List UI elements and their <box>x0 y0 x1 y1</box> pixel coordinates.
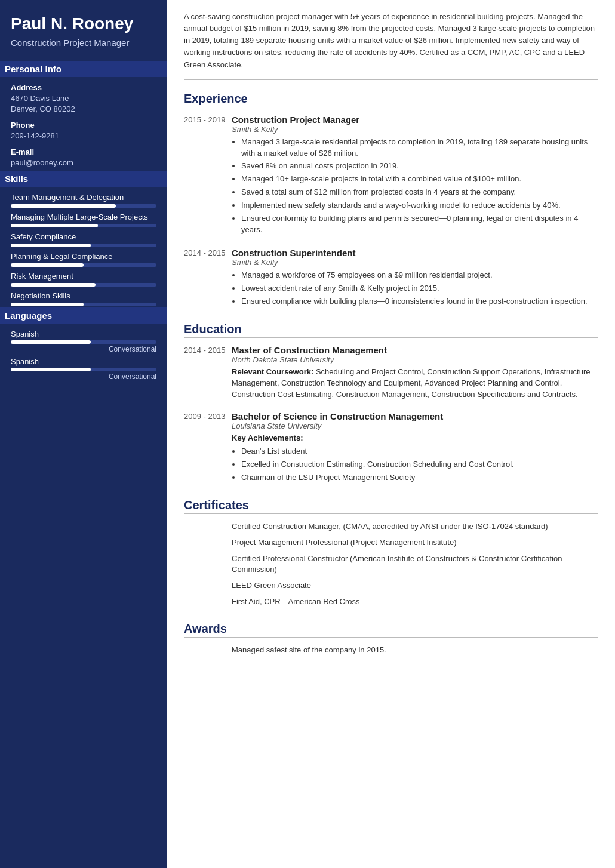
skill-bar <box>11 283 156 287</box>
skill-name: Safety Compliance <box>11 232 156 241</box>
certificate-text: First Aid, CPR—American Red Cross <box>232 596 598 608</box>
cert-indent <box>184 553 232 580</box>
education-achievements-label: Key Achievements: <box>232 433 598 444</box>
award-indent <box>184 645 232 656</box>
summary-text: A cost-saving construction project manag… <box>184 11 598 80</box>
sidebar: Paul N. Rooney Construction Project Mana… <box>0 0 167 868</box>
education-content: Master of Construction Management North … <box>232 345 598 401</box>
resume-container: Paul N. Rooney Construction Project Mana… <box>0 0 615 868</box>
skill-bar <box>11 263 156 267</box>
skill-name: Risk Management <box>11 272 156 281</box>
cert-indent <box>184 580 232 595</box>
skill-item: Team Management & Delegation <box>11 193 156 208</box>
skill-bar <box>11 303 156 306</box>
certificates-section: Certificates Certified Construction Mana… <box>184 496 598 611</box>
awards-title: Awards <box>184 620 598 638</box>
experience-bullet: Managed a workforce of 75 employees on a… <box>241 270 598 281</box>
awards-list: Managed safest site of the company in 20… <box>184 645 598 656</box>
language-name: Spanish <box>11 330 156 338</box>
skill-bar <box>11 224 156 227</box>
personal-info-section-title: Personal Info <box>0 61 167 77</box>
experience-bullet: Ensured compliance with building plans—0… <box>241 296 598 307</box>
experience-item: 2014 - 2015 Construction Superintendent … <box>184 248 598 309</box>
education-bullet: Dean's List student <box>241 446 598 457</box>
skill-name: Team Management & Delegation <box>11 193 156 202</box>
skill-bar-fill <box>11 303 84 306</box>
certificate-text: LEED Green Associate <box>232 580 598 592</box>
candidate-title: Construction Project Manager <box>11 37 156 49</box>
experience-item: 2015 - 2019 Construction Project Manager… <box>184 115 598 238</box>
education-title: Education <box>184 320 598 338</box>
education-bullet: Chairman of the LSU Project Management S… <box>241 472 598 484</box>
certificate-row: Project Management Professional (Project… <box>184 537 598 552</box>
skill-item: Risk Management <box>11 272 156 287</box>
certificate-text: Certified Construction Manager, (CMAA, a… <box>232 521 598 533</box>
certificate-row: Certified Professional Constructor (Amer… <box>184 553 598 580</box>
experience-bullets: Managed a workforce of 75 employees on a… <box>232 270 598 307</box>
skill-bar-fill <box>11 283 96 287</box>
skill-bar <box>11 244 156 247</box>
skill-item: Managing Multiple Large-Scale Projects <box>11 213 156 227</box>
skills-section-title: Skills <box>0 171 167 187</box>
experience-job-title: Construction Project Manager <box>232 115 598 125</box>
skill-name: Planning & Legal Compliance <box>11 252 156 261</box>
skill-name: Negotiation Skills <box>11 291 156 300</box>
candidate-name: Paul N. Rooney <box>11 14 156 33</box>
experience-dates: 2015 - 2019 <box>184 115 232 238</box>
skill-item: Safety Compliance <box>11 232 156 247</box>
skills-list: Team Management & Delegation Managing Mu… <box>11 193 156 306</box>
experience-bullets: Managed 3 large-scale residential projec… <box>232 137 598 236</box>
languages-list: Spanish Conversational Spanish Conversat… <box>11 330 156 381</box>
certificate-row: Certified Construction Manager, (CMAA, a… <box>184 521 598 536</box>
experience-job-title: Construction Superintendent <box>232 248 598 258</box>
experience-bullet: Saved a total sum of $12 million from pr… <box>241 187 598 198</box>
education-dates: 2009 - 2013 <box>184 411 232 485</box>
languages-section-title: Languages <box>0 307 167 324</box>
education-bullet: Excelled in Construction Estimating, Con… <box>241 459 598 470</box>
education-dates: 2014 - 2015 <box>184 345 232 401</box>
education-item: 2014 - 2015 Master of Construction Manag… <box>184 345 598 401</box>
experience-bullet: Lowest accident rate of any Smith & Kell… <box>241 283 598 294</box>
main-content: A cost-saving construction project manag… <box>167 0 615 868</box>
certificate-text: Project Management Professional (Project… <box>232 537 598 549</box>
language-name: Spanish <box>11 357 156 366</box>
certificate-row: LEED Green Associate <box>184 580 598 595</box>
experience-company: Smith & Kelly <box>232 125 598 134</box>
experience-bullet: Managed 3 large-scale residential projec… <box>241 137 598 159</box>
experience-dates: 2014 - 2015 <box>184 248 232 309</box>
award-text: Managed safest site of the company in 20… <box>232 645 598 656</box>
language-item: Spanish Conversational <box>11 330 156 353</box>
experience-company: Smith & Kelly <box>232 258 598 267</box>
skill-bar-fill <box>11 204 116 208</box>
language-bar-fill <box>11 340 91 344</box>
skill-bar-fill <box>11 244 91 247</box>
skill-item: Negotiation Skills <box>11 291 156 306</box>
cert-indent <box>184 521 232 536</box>
education-bullets: Dean's List studentExcelled in Construct… <box>232 446 598 484</box>
experience-content: Construction Project Manager Smith & Kel… <box>232 115 598 238</box>
education-item: 2009 - 2013 Bachelor of Science in Const… <box>184 411 598 485</box>
education-coursework: Relevant Coursework: Scheduling and Proj… <box>232 367 598 401</box>
experience-content: Construction Superintendent Smith & Kell… <box>232 248 598 309</box>
education-degree: Master of Construction Management <box>232 345 598 355</box>
cert-indent <box>184 596 232 611</box>
language-item: Spanish Conversational <box>11 357 156 381</box>
language-level: Conversational <box>11 345 156 353</box>
experience-list: 2015 - 2019 Construction Project Manager… <box>184 115 598 309</box>
cert-indent <box>184 537 232 552</box>
experience-bullet: Saved 8% on annual costs projection in 2… <box>241 161 598 172</box>
address-label: Address <box>11 83 156 92</box>
skill-bar <box>11 204 156 208</box>
language-level: Conversational <box>11 373 156 381</box>
experience-bullet: Implemented new safety standards and a w… <box>241 200 598 211</box>
education-content: Bachelor of Science in Construction Mana… <box>232 411 598 485</box>
education-list: 2014 - 2015 Master of Construction Manag… <box>184 345 598 485</box>
certificate-row: First Aid, CPR—American Red Cross <box>184 596 598 611</box>
phone-label: Phone <box>11 121 156 130</box>
education-degree: Bachelor of Science in Construction Mana… <box>232 411 598 421</box>
education-school: North Dakota State University <box>232 355 598 364</box>
education-section: Education 2014 - 2015 Master of Construc… <box>184 320 598 485</box>
skill-bar-fill <box>11 224 98 227</box>
phone-value: 209-142-9281 <box>11 131 156 141</box>
address-value: 4670 Davis LaneDenver, CO 80202 <box>11 93 156 115</box>
